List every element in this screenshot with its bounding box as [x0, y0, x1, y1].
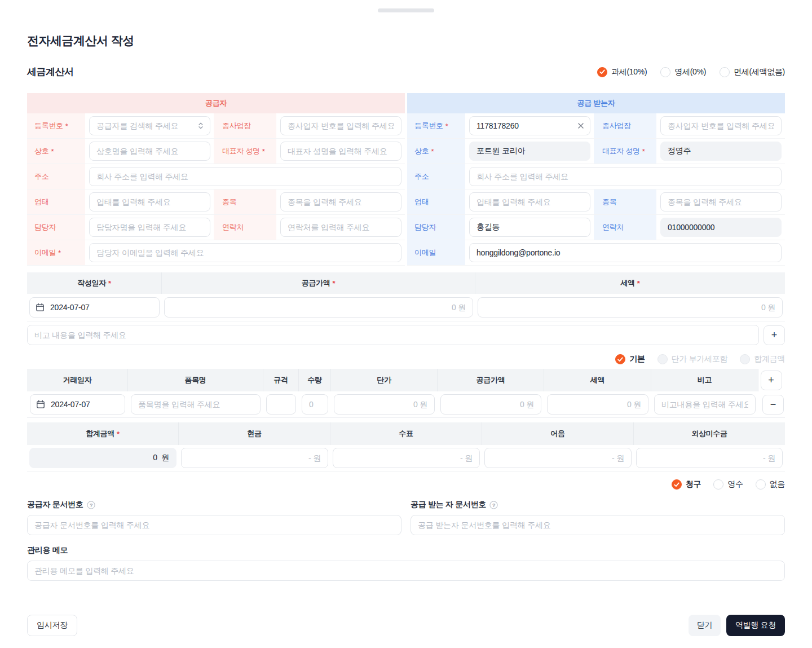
tax-amount-input[interactable] — [478, 297, 783, 318]
supplier-doc-number-field: 공급자 문서번호 ? — [27, 500, 401, 535]
item-name-input[interactable] — [131, 394, 261, 415]
label-text: 연락처 — [602, 222, 624, 232]
column-header: 세액 — [544, 369, 651, 391]
recipient-email-input[interactable] — [469, 243, 782, 262]
field-label: 관리용 메모 — [27, 545, 785, 556]
recipient-sub-biz-input[interactable] — [660, 116, 782, 135]
column-header: 합계금액* — [27, 422, 179, 445]
required-mark: * — [65, 122, 68, 130]
field-label: 종목 — [594, 189, 657, 214]
table-row: 이메일* — [27, 240, 405, 266]
label-text: 공급 받는 자 문서번호 — [411, 500, 486, 510]
recipient-biz-item-input[interactable] — [660, 192, 782, 211]
field-label: 이메일 — [407, 240, 466, 265]
label-text: 담당자 — [34, 222, 56, 232]
radio-label: 합계금액 — [754, 354, 785, 364]
calendar-icon — [36, 303, 45, 312]
price-mode-row: 기본 단가 부가세포함 합계금액 — [27, 354, 785, 364]
credit-input[interactable] — [636, 448, 783, 468]
supplier-sub-biz-input[interactable] — [280, 116, 401, 135]
supplier-ceo-input[interactable] — [280, 142, 401, 161]
party-tables: 공급자 등록번호* 종사업장 상호* 대표자 성명* — [27, 93, 785, 266]
supplier-contact-input[interactable] — [280, 218, 401, 237]
field-label: 종목 — [214, 189, 277, 214]
recipient-manager-input[interactable] — [469, 218, 590, 237]
claim-type-row: 청구 영수 없음 — [27, 479, 785, 490]
radio-label: 과세(10%) — [611, 67, 647, 77]
item-spec-input[interactable] — [266, 394, 296, 415]
supplier-email-input[interactable] — [89, 243, 401, 262]
invoice-note-row: + — [27, 325, 785, 345]
supplier-biz-item-input[interactable] — [280, 192, 401, 211]
required-mark: * — [51, 147, 54, 156]
cash-input[interactable] — [181, 448, 328, 468]
section-header-row: 세금계산서 과세(10%) 영세(0%) 면세(세액없음) — [27, 65, 785, 78]
item-supply-amount-input[interactable] — [440, 394, 541, 415]
label-text: 주소 — [414, 171, 429, 182]
page-title: 전자세금계산서 작성 — [27, 0, 785, 49]
claim-radio-receipt[interactable]: 영수 — [713, 479, 743, 490]
admin-memo-input[interactable] — [27, 561, 785, 581]
table-row: 주소 — [27, 164, 405, 189]
radio-label: 기본 — [629, 354, 645, 364]
invoice-note-input[interactable] — [27, 325, 759, 345]
help-icon[interactable]: ? — [489, 501, 498, 509]
claim-radio-none[interactable]: 없음 — [756, 479, 785, 490]
supplier-company-input[interactable] — [89, 142, 210, 161]
field-label: 담당자 — [27, 215, 86, 240]
recipient-doc-number-input[interactable] — [411, 515, 785, 535]
svg-text:?: ? — [89, 502, 92, 508]
add-item-row-button[interactable]: + — [761, 371, 782, 390]
total-amount-input — [29, 448, 176, 468]
issue-date-input[interactable] — [29, 297, 160, 318]
table-row: 상호* 대표자 성명* — [27, 139, 405, 164]
check-input[interactable] — [333, 448, 480, 468]
recipient-address-input[interactable] — [469, 167, 782, 186]
item-unit-price-input[interactable] — [334, 394, 435, 415]
recipient-company-input — [469, 142, 590, 161]
close-button[interactable]: 닫기 — [689, 615, 721, 636]
add-note-button[interactable]: + — [764, 325, 785, 345]
required-mark: * — [262, 147, 265, 156]
document-numbers-row: 공급자 문서번호 ? 공급 받는 자 문서번호 ? — [27, 500, 785, 535]
remove-item-row-button[interactable]: − — [762, 395, 784, 415]
tax-radio-taxable[interactable]: 과세(10%) — [597, 67, 647, 77]
supplier-reg-no-select[interactable] — [89, 116, 210, 135]
amounts-header-row: 작성일자* 공급가액* 세액* — [27, 272, 785, 294]
modal-drag-handle[interactable] — [378, 8, 434, 12]
item-tax-amount-input[interactable] — [547, 394, 648, 415]
tax-radio-zero-rate[interactable]: 영세(0%) — [660, 67, 706, 77]
supplier-address-input[interactable] — [89, 167, 401, 186]
supplier-biz-type-input[interactable] — [89, 192, 210, 211]
reverse-issue-request-button[interactable]: 역발행 요청 — [726, 615, 785, 636]
label-text: 이메일 — [34, 248, 56, 258]
label-text: 대표자 성명 — [602, 146, 640, 156]
recipient-biz-type-input[interactable] — [469, 192, 590, 211]
supply-amount-input[interactable] — [164, 297, 473, 318]
label-text: 종목 — [222, 197, 236, 207]
radio-checked-icon — [597, 67, 607, 77]
supplier-doc-number-input[interactable] — [27, 515, 401, 535]
recipient-reg-no-input[interactable] — [469, 116, 590, 135]
field-label: 업태 — [407, 189, 466, 214]
temp-save-button[interactable]: 임시저장 — [27, 615, 77, 636]
claim-radio-invoice[interactable]: 청구 — [672, 479, 701, 490]
radio-unchecked-icon — [740, 354, 750, 364]
table-row: 업태 종목 — [27, 189, 405, 215]
supplier-manager-input[interactable] — [89, 218, 210, 237]
bill-input[interactable] — [484, 448, 632, 468]
table-row: 담당자 연락처 — [27, 215, 405, 240]
item-note-input[interactable] — [654, 394, 756, 415]
section-title: 세금계산서 — [27, 65, 74, 78]
clear-icon[interactable] — [577, 122, 584, 129]
tax-radio-exempt[interactable]: 면세(세액없음) — [720, 67, 785, 77]
item-qty-input[interactable] — [302, 394, 328, 415]
label-text: 담당자 — [414, 222, 436, 232]
column-header: 외상미수금 — [634, 422, 785, 445]
field-label: 등록번호* — [27, 113, 86, 138]
label-text: 연락처 — [222, 222, 244, 232]
required-mark: * — [431, 147, 434, 156]
help-icon[interactable]: ? — [87, 501, 95, 509]
mode-radio-basic[interactable]: 기본 — [615, 354, 645, 364]
mode-radio-vat-included: 단가 부가세포함 — [657, 354, 728, 364]
